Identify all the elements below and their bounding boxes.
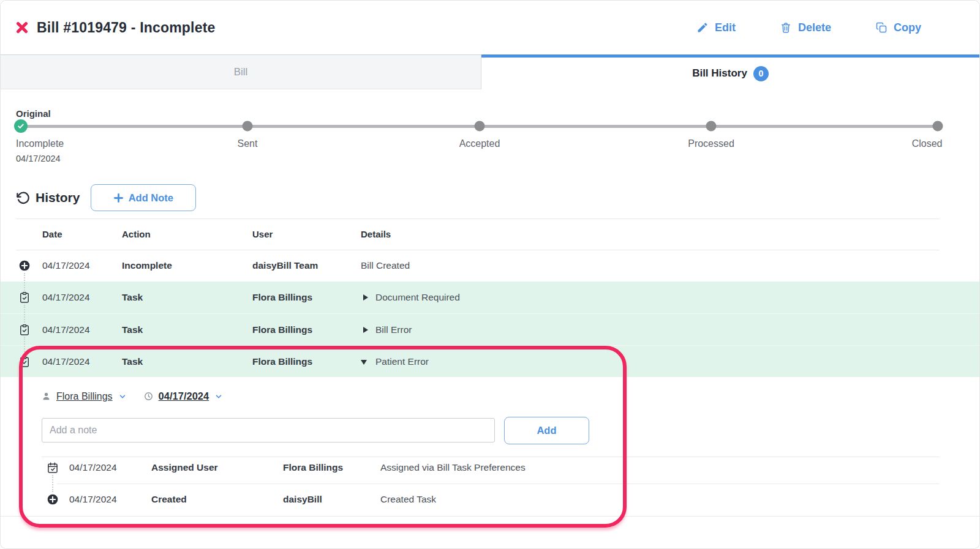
row-date: 04/17/2024 [42,282,90,313]
task-event-created: 04/17/2024 Created daisyBill Created Tas… [1,484,979,515]
due-date-dropdown[interactable]: 04/17/2024 [159,390,209,402]
timeline-label-sent: Sent [238,138,258,149]
event-date: 04/17/2024 [69,452,117,484]
revision-label: Original [16,108,51,119]
history-row-bill-created: 04/17/2024 Incomplete daisyBill Team Bil… [1,250,979,282]
row-details: Bill Created [361,250,410,282]
event-details: Created Task [380,484,436,515]
row-date: 04/17/2024 [42,314,90,346]
bill-status-timeline: Original Incomplete Sent Accepted Proces… [1,89,979,178]
history-row-task-bill-error[interactable]: 04/17/2024 Task Flora Billings Bill Erro… [1,313,979,345]
event-user: Flora Billings [283,452,343,484]
add-button[interactable]: Add [504,417,589,444]
tab-bar: Bill Bill History 0 [1,54,979,89]
copy-icon [875,21,888,34]
chevron-down-icon [214,392,223,401]
row-user: daisyBill Team [252,250,318,282]
row-details: Bill Error [375,314,412,346]
row-action: Incomplete [122,250,172,282]
row-connector-dotted-line [24,337,25,354]
trash-icon [780,21,792,34]
history-row-task-document-required[interactable]: 04/17/2024 Task Flora Billings Document … [1,282,979,313]
task-detail-panel: Flora Billings 04/17/2024 Add 04/17/2024 [1,377,979,517]
event-action: Created [151,484,187,515]
event-details: Assigned via Bill Task Preferences [380,452,526,484]
history-section-header: History Add Note [16,183,979,212]
tab-bill-history-label: Bill History [692,67,747,80]
timeline-date-incomplete: 04/17/2024 [16,154,61,163]
clock-icon [144,392,153,401]
row-details: Document Required [375,282,460,313]
row-date: 04/17/2024 [42,250,90,282]
history-table: Date Action User Details 04/17/2024 Inco… [1,218,979,517]
col-header-user: User [252,218,273,250]
header-actions: Edit Delete Copy [696,21,921,34]
clipboard-check-icon [18,324,31,336]
row-user: Flora Billings [252,282,312,313]
timeline-node-closed [933,121,943,132]
history-title: History [36,190,80,205]
copy-button[interactable]: Copy [875,21,921,34]
delete-label: Delete [798,21,831,34]
history-row-task-patient-error[interactable]: 04/17/2024 Task Flora Billings Patient E… [1,345,979,377]
timeline-node-sent [243,121,253,132]
clipboard-check-icon [18,356,31,368]
event-user: daisyBill [283,484,322,515]
row-connector-dotted-line [24,273,25,291]
calendar-check-icon [47,461,59,474]
row-date: 04/17/2024 [42,346,90,378]
row-connector-dotted-line [24,305,25,323]
tab-bill[interactable]: Bill [1,54,481,89]
col-header-action: Action [122,218,151,250]
assignee-dropdown[interactable]: Flora Billings [56,391,113,402]
task-assignment-line: Flora Billings 04/17/2024 [42,390,223,402]
timeline-node-incomplete [14,119,28,133]
person-icon [42,392,51,401]
delete-button[interactable]: Delete [780,21,831,34]
table-header-row: Date Action User Details [1,218,979,250]
timeline-label-accepted: Accepted [459,138,500,149]
row-user: Flora Billings [252,346,312,378]
pencil-icon [696,21,709,34]
add-note-label: Add Note [129,192,173,204]
row-action: Task [122,282,143,313]
bill-history-count-badge: 0 [753,66,769,81]
timeline-node-processed [706,121,717,132]
task-event-assigned-user: 04/17/2024 Assigned User Flora Billings … [1,452,979,484]
collapsed-triangle-icon[interactable] [363,294,368,301]
timeline-label-incomplete: Incomplete [16,138,64,149]
edit-label: Edit [715,21,736,34]
event-date: 04/17/2024 [69,484,117,515]
collapsed-triangle-icon[interactable] [363,327,368,333]
plus-circle-icon [18,260,31,272]
page-title: Bill #1019479 - Incomplete [37,20,216,36]
row-action: Task [122,346,143,378]
row-details: Patient Error [375,346,429,378]
bill-detail-page: Bill #1019479 - Incomplete Edit Delete [0,0,980,549]
copy-label: Copy [894,21,921,34]
event-connector-dotted-line [52,475,53,492]
plus-circle-icon [47,493,59,506]
timeline-node-accepted [475,121,485,132]
check-icon [17,122,24,130]
add-note-button[interactable]: Add Note [91,184,196,211]
edit-button[interactable]: Edit [696,21,736,34]
chevron-down-icon [118,392,127,401]
clipboard-check-icon [18,291,31,304]
col-header-date: Date [42,218,62,250]
history-icon [16,191,30,205]
timeline-label-closed: Closed [912,138,943,149]
incomplete-x-icon [16,21,28,34]
tab-bill-history[interactable]: Bill History 0 [481,54,979,89]
timeline-label-processed: Processed [688,138,734,149]
plus-icon [114,193,123,203]
expanded-triangle-icon[interactable] [361,360,367,365]
event-action: Assigned User [151,452,218,484]
note-input[interactable] [42,418,495,443]
col-header-details: Details [361,218,391,250]
page-header: Bill #1019479 - Incomplete Edit Delete [1,1,979,54]
row-user: Flora Billings [252,314,312,346]
tab-bill-label: Bill [234,66,248,78]
row-action: Task [122,314,143,346]
